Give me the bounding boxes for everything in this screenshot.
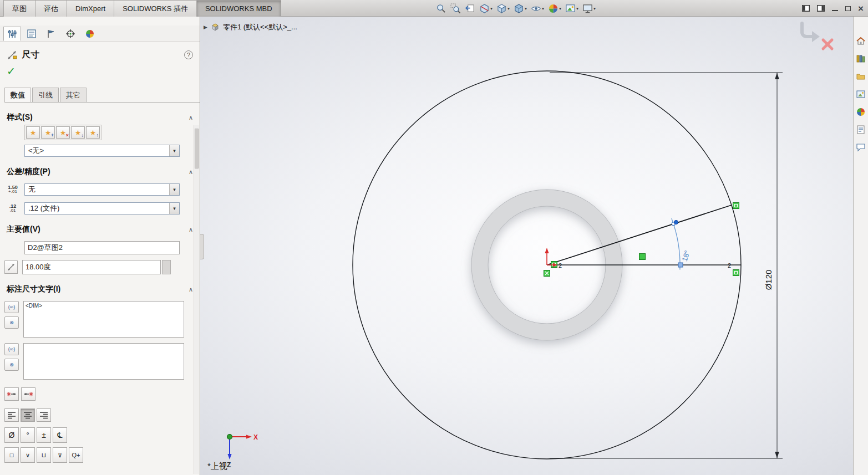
add-style-button[interactable]: ★+ (41, 126, 55, 139)
appearances-sphere-icon (856, 107, 866, 117)
collapse-chevron-icon[interactable]: ∧ (189, 226, 193, 233)
arrows-outside-button[interactable] (4, 387, 19, 401)
dimension-text-box-2[interactable] (23, 343, 184, 380)
sketch-canvas[interactable]: Ø120 18° (200, 17, 853, 475)
override-value-button-2[interactable]: (∞) (4, 343, 19, 355)
design-library-icon (856, 54, 866, 64)
home-tab-button[interactable] (855, 35, 867, 47)
feature-tree-root[interactable]: ▶ 零件1 (默认<<默认>_... (204, 22, 297, 32)
appearances-button[interactable] (855, 106, 867, 118)
graphics-area[interactable]: Ø120 18° (200, 17, 853, 475)
expand-arrow-icon[interactable]: ▶ (204, 24, 207, 30)
check-symbol-button[interactable]: ∨ (21, 447, 35, 463)
load-style-button[interactable]: ★↑ (86, 126, 100, 139)
custom-properties-button[interactable] (855, 124, 867, 135)
arrows-inside-button[interactable] (21, 387, 35, 401)
save-style-button[interactable]: ★↓ (71, 126, 85, 139)
feature-manager-tab[interactable] (23, 27, 40, 41)
restore-value-button[interactable]: ⊗ (4, 316, 19, 329)
file-explorer-button[interactable] (855, 71, 867, 82)
view-settings-button[interactable]: ▾ (581, 1, 597, 16)
collapse-chevron-icon[interactable]: ∧ (189, 286, 193, 293)
panel-splitter[interactable] (200, 234, 204, 259)
section-view-button[interactable]: ▾ (478, 1, 494, 16)
design-library-button[interactable] (855, 53, 867, 64)
style-dropdown[interactable]: <无> ▾ (24, 145, 180, 157)
display-style-button[interactable]: ▾ (512, 1, 529, 16)
section-style-header: 样式(S) ∧ (0, 110, 200, 125)
tolerance-type-dropdown[interactable]: 无 ▾ (24, 183, 180, 196)
dimension-value-input[interactable] (22, 260, 161, 274)
maximize-button[interactable] (845, 6, 851, 11)
view-orientation-icon (496, 3, 507, 14)
more-symbols-button[interactable]: Q+ (69, 447, 83, 463)
relation-marker-midpoint[interactable] (639, 254, 646, 260)
depth-symbol-button[interactable]: ⊽ (53, 447, 67, 463)
dimension-handle[interactable] (678, 263, 683, 267)
relation-marker-endpoint-angled[interactable] (733, 203, 739, 209)
chevron-down-icon: ▾ (169, 145, 179, 156)
angle-dimension[interactable]: 18° (672, 218, 692, 269)
configuration-manager-tab[interactable] (42, 27, 60, 41)
collapse-left-pane-button[interactable] (802, 5, 810, 12)
forum-button[interactable] (855, 142, 867, 153)
degree-symbol-button[interactable]: ° (21, 427, 35, 443)
diameter-symbol-button[interactable]: Ø (4, 427, 19, 443)
tab-solidworks-addins[interactable]: SOLIDWORKS 插件 (114, 0, 197, 17)
collapse-chevron-icon[interactable]: ∧ (189, 168, 193, 176)
square-symbol-button[interactable]: □ (4, 447, 19, 463)
minimize-button[interactable] (832, 6, 838, 11)
panel-scrollbar[interactable] (194, 125, 199, 474)
ok-button[interactable]: ✓ (7, 66, 16, 76)
tab-evaluate[interactable]: 评估 (35, 0, 67, 17)
collapse-right-pane-button[interactable] (817, 5, 825, 12)
cancel-sketch-button[interactable] (821, 38, 834, 51)
relation-marker-fixed[interactable] (544, 270, 550, 277)
centerline-symbol-button[interactable]: ℄ (53, 427, 67, 443)
axis-x-label: X (253, 433, 258, 441)
angle-dimension-label[interactable]: 18° (681, 249, 692, 262)
tab-leaders[interactable]: 引线 (32, 88, 59, 102)
apply-scene-button[interactable]: ▾ (564, 1, 580, 16)
collapse-chevron-icon[interactable]: ∧ (189, 114, 193, 121)
view-orientation-button[interactable]: ▾ (495, 1, 511, 16)
justify-buttons (4, 408, 200, 422)
restore-value-button-2[interactable]: ⊗ (4, 359, 19, 371)
diameter-dimension-label[interactable]: Ø120 (764, 270, 773, 290)
justify-right-button[interactable] (37, 408, 51, 422)
view-palette-button[interactable] (855, 89, 867, 100)
override-value-button[interactable]: (∞) (4, 301, 19, 313)
groove-symbol-button[interactable]: ⊔ (37, 447, 51, 463)
precision-dropdown[interactable]: .12 (文件) ▾ (24, 202, 180, 214)
tab-solidworks-mbd[interactable]: SOLIDWORKS MBD (197, 0, 281, 17)
diameter-dimension[interactable]: Ø120 (550, 73, 783, 458)
justify-left-button[interactable] (4, 408, 19, 422)
display-manager-tab[interactable] (81, 27, 99, 41)
section-tolerance-header: 公差/精度(P) ∧ (0, 165, 200, 179)
zoom-to-fit-button[interactable] (434, 1, 448, 16)
justify-center-button[interactable] (21, 408, 35, 422)
tab-sketch[interactable]: 草图 (3, 0, 35, 17)
dimension-name-input[interactable] (24, 241, 180, 254)
panel-scrollbar-thumb[interactable] (195, 129, 199, 168)
zoom-to-area-button[interactable] (449, 1, 463, 16)
value-spinner[interactable] (162, 260, 171, 274)
modify-value-button[interactable] (4, 261, 18, 274)
plus-minus-symbol-button[interactable]: ± (37, 427, 51, 443)
dimxpert-manager-tab[interactable] (62, 27, 79, 41)
close-button[interactable]: × (858, 4, 864, 13)
delete-style-button[interactable]: ★× (56, 126, 70, 139)
apply-default-style-button[interactable]: ★ (26, 126, 40, 139)
tab-other[interactable]: 其它 (60, 88, 87, 102)
property-manager-tab[interactable] (3, 27, 21, 41)
relation-marker-endpoint-horizontal[interactable] (733, 270, 739, 276)
tab-value[interactable]: 数值 (4, 88, 31, 102)
previous-view-button[interactable] (463, 1, 477, 16)
help-button[interactable]: ? (184, 50, 193, 59)
hide-show-items-button[interactable]: ▾ (529, 1, 546, 16)
dimension-drag-point[interactable] (674, 220, 678, 224)
axis-y-dot (227, 435, 232, 440)
dimension-text-box-1[interactable]: <DIM> (23, 301, 184, 338)
edit-appearance-button[interactable]: ▾ (546, 1, 563, 16)
tab-dimxpert[interactable]: DimXpert (67, 0, 114, 17)
